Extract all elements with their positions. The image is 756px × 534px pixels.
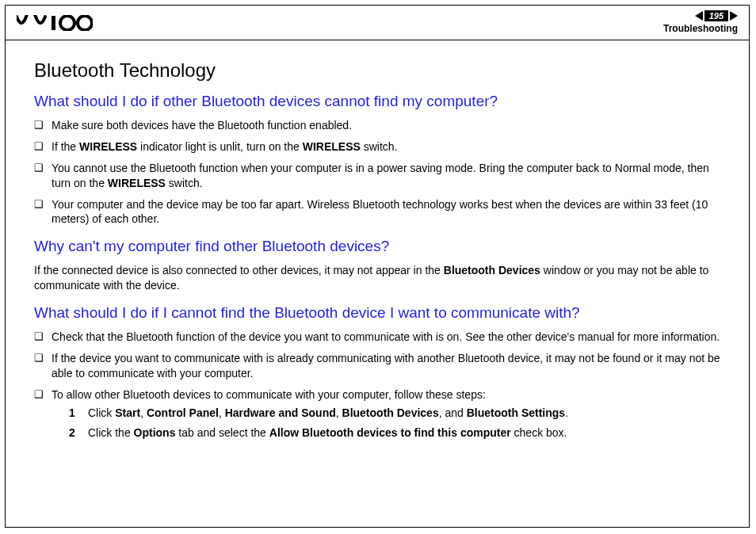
list-item: ❑ Your computer and the device may be to… [34, 197, 720, 227]
page-frame: 195 Troubleshooting Bluetooth Technology… [5, 5, 750, 528]
question-heading: What should I do if other Bluetooth devi… [34, 93, 720, 110]
bullet-list: ❑ Check that the Bluetooth function of t… [34, 330, 720, 444]
header-right: 195 Troubleshooting [663, 10, 738, 34]
page-title: Bluetooth Technology [34, 59, 720, 82]
step-number: 1 [69, 406, 88, 421]
bullet-icon: ❑ [34, 118, 52, 132]
list-item: ❑ If the device you want to communicate … [34, 351, 720, 381]
bullet-icon: ❑ [34, 139, 52, 154]
page-number: 195 [704, 10, 728, 21]
page-navigation: 195 [663, 10, 738, 21]
page-content: Bluetooth Technology What should I do if… [6, 40, 749, 444]
list-item: ❑ You cannot use the Bluetooth function … [34, 161, 720, 191]
list-item: ❑ If the WIRELESS indicator light is unl… [34, 139, 720, 154]
svg-point-2 [78, 16, 92, 30]
next-page-icon[interactable] [730, 11, 738, 21]
svg-rect-0 [52, 16, 55, 30]
vaio-logo-svg [17, 15, 93, 31]
bullet-icon: ❑ [34, 197, 52, 212]
bullet-text: You cannot use the Bluetooth function wh… [52, 161, 720, 191]
list-item: ❑ To allow other Bluetooth devices to co… [34, 387, 720, 445]
bullet-icon: ❑ [34, 351, 52, 365]
page-header: 195 Troubleshooting [6, 6, 749, 40]
list-item: ❑ Check that the Bluetooth function of t… [34, 330, 720, 345]
bullet-icon: ❑ [34, 387, 52, 402]
bullet-text: If the device you want to communicate wi… [52, 351, 720, 381]
list-item: ❑ Make sure both devices have the Blueto… [34, 118, 720, 133]
question-heading: Why can't my computer find other Bluetoo… [34, 238, 720, 255]
bullet-text: Your computer and the device may be too … [52, 197, 720, 227]
step-item: 1 Click Start, Control Panel, Hardware a… [69, 406, 720, 421]
step-text: Click the Options tab and select the All… [88, 425, 720, 441]
steps-list: 1 Click Start, Control Panel, Hardware a… [69, 406, 720, 441]
step-text: Click Start, Control Panel, Hardware and… [88, 406, 720, 421]
bullet-text: Check that the Bluetooth function of the… [52, 330, 720, 345]
section-label: Troubleshooting [663, 23, 738, 34]
paragraph: If the connected device is also connecte… [34, 263, 720, 293]
bullet-icon: ❑ [34, 330, 52, 344]
bullet-text: To allow other Bluetooth devices to comm… [52, 387, 720, 445]
bullet-list: ❑ Make sure both devices have the Blueto… [34, 118, 720, 227]
vaio-logo [17, 15, 93, 31]
step-item: 2 Click the Options tab and select the A… [69, 425, 720, 441]
svg-point-1 [60, 16, 74, 30]
prev-page-icon[interactable] [695, 11, 703, 21]
step-number: 2 [69, 425, 88, 441]
bullet-icon: ❑ [34, 161, 52, 175]
question-heading: What should I do if I cannot find the Bl… [34, 304, 720, 322]
bullet-text: If the WIRELESS indicator light is unlit… [52, 139, 720, 154]
bullet-text: Make sure both devices have the Bluetoot… [52, 118, 720, 133]
